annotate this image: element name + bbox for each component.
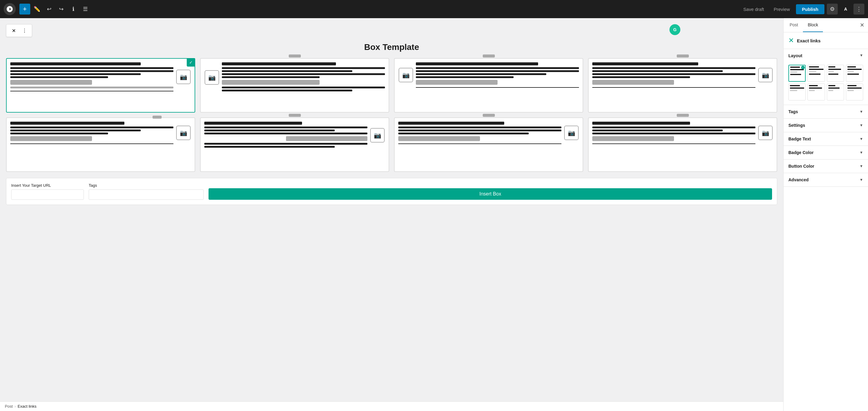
tags-input[interactable]	[89, 189, 204, 200]
box-template-grid: ✓ 📷	[6, 58, 777, 172]
block-plugin-info: ✕ Exact links	[783, 32, 868, 49]
block-toolbar: ✕ ⋮	[6, 24, 32, 37]
settings-label: Settings	[788, 123, 805, 128]
camera-placeholder-5: 📷	[176, 126, 191, 140]
breadcrumb: Post › Exact links	[0, 401, 783, 411]
layout-option-7[interactable]	[827, 84, 844, 100]
layout-options-grid: ✓	[788, 65, 863, 100]
block-icon-button[interactable]: ✕	[9, 26, 19, 35]
layout-option-4[interactable]	[846, 65, 863, 82]
camera-placeholder-6: 📷	[370, 128, 385, 143]
button-color-chevron: ▼	[860, 164, 863, 168]
badge-color-chevron: ▼	[860, 150, 863, 155]
layout-section: Layout ▲ ✓	[783, 49, 868, 105]
badge-text-section: Badge Text ▼	[783, 132, 868, 146]
tab-block[interactable]: Block	[803, 18, 823, 32]
save-draft-button[interactable]: Save draft	[740, 5, 768, 13]
box-card-5[interactable]: 📷	[6, 118, 195, 172]
button-color-section-header[interactable]: Button Color ▼	[783, 159, 868, 173]
badge-color-section-header[interactable]: Badge Color ▼	[783, 146, 868, 159]
undo-button[interactable]: ↩	[43, 4, 55, 14]
tags-label: Tags	[89, 183, 204, 188]
layout-check: ✓	[801, 66, 805, 69]
preview-button[interactable]: Preview	[770, 5, 793, 13]
url-label: Insert Your Target URL	[11, 183, 84, 188]
tags-form-group: Tags	[89, 183, 204, 200]
advanced-label: Advanced	[788, 177, 809, 182]
tags-label: Tags	[788, 109, 798, 114]
main-toolbar: + ✏️ ↩ ↪ ℹ ☰ Save draft Preview Publish …	[0, 0, 868, 18]
sidebar-header: Post Block ✕	[783, 18, 868, 32]
breadcrumb-parent[interactable]: Post	[5, 404, 13, 409]
add-block-button[interactable]: +	[19, 4, 30, 14]
sidebar-tabs: Post Block	[785, 18, 823, 32]
box-card-6[interactable]: 📷	[200, 118, 389, 172]
redo-button[interactable]: ↪	[56, 4, 67, 14]
tools-button[interactable]: ✏️	[31, 4, 42, 14]
layout-option-3[interactable]	[827, 65, 844, 82]
badge-color-label: Badge Color	[788, 150, 813, 155]
box-card-3[interactable]: 📷	[394, 58, 583, 113]
settings-section: Settings ▼	[783, 119, 868, 132]
url-input[interactable]	[11, 189, 84, 200]
sidebar-close-button[interactable]: ✕	[857, 20, 867, 30]
plugin-name: Exact links	[797, 38, 820, 43]
grammarly-icon: G	[670, 24, 680, 35]
box-card-7[interactable]: 📷	[394, 118, 583, 172]
breadcrumb-separator: ›	[14, 404, 16, 409]
box-card-1[interactable]: ✓ 📷	[6, 58, 195, 113]
layout-option-1[interactable]: ✓	[788, 65, 806, 82]
button-color-section: Button Color ▼	[783, 159, 868, 173]
layout-chevron: ▲	[860, 54, 863, 58]
bottom-form: Insert Your Target URL Tags Insert Box	[6, 178, 777, 205]
tags-section: Tags ▼	[783, 105, 868, 119]
page-title: Box Template	[6, 42, 777, 52]
right-sidebar: Post Block ✕ ✕ Exact links Layout ▲ ✓	[783, 18, 868, 411]
layout-section-header[interactable]: Layout ▲	[783, 49, 868, 62]
main-layout: G ✕ ⋮ Box Template ✓	[0, 18, 868, 411]
advanced-chevron: ▼	[860, 178, 863, 182]
plugin-icon: ✕	[788, 37, 794, 44]
block-more-button[interactable]: ⋮	[20, 26, 29, 35]
badge-text-label: Badge Text	[788, 136, 811, 141]
badge-text-chevron: ▼	[860, 137, 863, 141]
layout-option-5[interactable]	[788, 84, 806, 100]
camera-placeholder-7: 📷	[564, 126, 579, 140]
insert-box-button[interactable]: Insert Box	[209, 188, 772, 200]
camera-placeholder-3: 📷	[399, 68, 413, 82]
user-avatar[interactable]: A	[840, 4, 851, 14]
layout-option-2[interactable]	[807, 65, 825, 82]
layout-option-8[interactable]	[846, 84, 863, 100]
url-form-group: Insert Your Target URL	[11, 183, 84, 200]
button-color-label: Button Color	[788, 164, 814, 168]
settings-button[interactable]: ⚙	[827, 4, 838, 14]
settings-section-header[interactable]: Settings ▼	[783, 119, 868, 132]
publish-button[interactable]: Publish	[796, 4, 825, 14]
camera-placeholder-1: 📷	[176, 70, 191, 84]
layout-option-6[interactable]	[807, 84, 825, 100]
camera-placeholder-8: 📷	[758, 126, 773, 140]
editor-area: G ✕ ⋮ Box Template ✓	[0, 18, 783, 411]
box-card-4[interactable]: 📷	[588, 58, 777, 113]
badge-text-section-header[interactable]: Badge Text ▼	[783, 132, 868, 146]
more-options-button[interactable]: ⋮	[854, 4, 864, 14]
editor-wrapper: G ✕ ⋮ Box Template ✓	[0, 18, 783, 411]
info-button[interactable]: ℹ	[68, 4, 79, 14]
advanced-section: Advanced ▼	[783, 173, 868, 187]
camera-placeholder-2: 📷	[205, 70, 219, 85]
tags-chevron: ▼	[860, 109, 863, 114]
box-card-2[interactable]: 📷	[200, 58, 389, 113]
settings-chevron: ▼	[860, 123, 863, 127]
tags-section-header[interactable]: Tags ▼	[783, 105, 868, 118]
badge-color-section: Badge Color ▼	[783, 146, 868, 159]
camera-placeholder-4: 📷	[758, 68, 773, 82]
layout-label: Layout	[788, 53, 802, 58]
box-card-8[interactable]: 📷	[588, 118, 777, 172]
selected-check: ✓	[187, 58, 195, 67]
layout-section-content: ✓	[783, 62, 868, 105]
breadcrumb-current: Exact links	[18, 404, 36, 409]
wordpress-logo[interactable]	[4, 3, 16, 15]
tab-post[interactable]: Post	[785, 18, 803, 32]
advanced-section-header[interactable]: Advanced ▼	[783, 173, 868, 186]
list-view-button[interactable]: ☰	[80, 4, 91, 14]
